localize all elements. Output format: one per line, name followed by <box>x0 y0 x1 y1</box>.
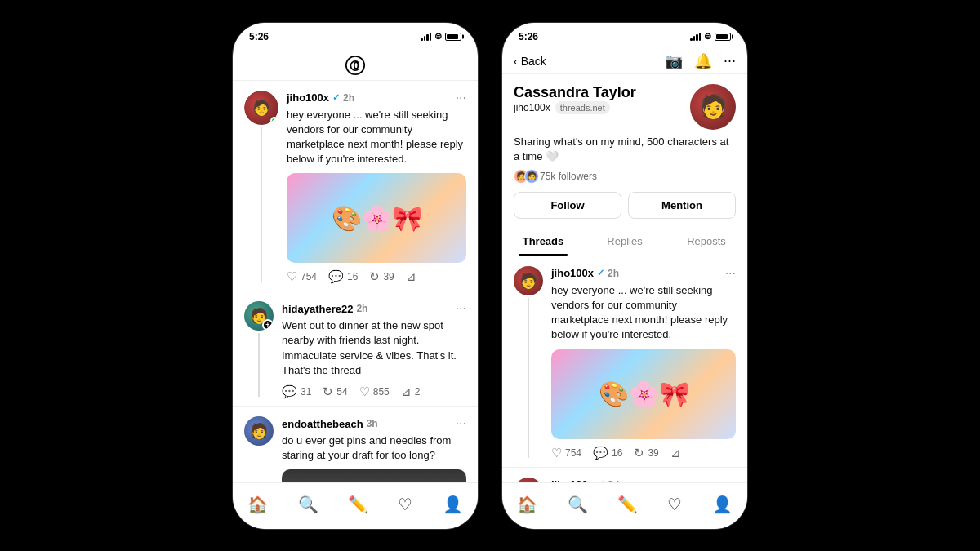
profile-post-more-1[interactable]: ··· <box>725 266 736 281</box>
status-bar-2: 5:26 ⊜ <box>502 23 747 47</box>
profile-name: Cassandra Taylor <box>514 84 636 101</box>
profile-username-1: jiho100x <box>551 267 594 279</box>
username-3: endoatthebeach <box>282 418 363 430</box>
profile-repost-count-1: 39 <box>648 447 658 459</box>
back-chevron: ‹ <box>514 55 518 68</box>
profile-share-1[interactable]: ⊿ <box>670 446 681 460</box>
tab-replies[interactable]: Replies <box>584 227 666 256</box>
post-image-moon: 🔇 <box>282 469 466 482</box>
status-time-1: 5:26 <box>249 31 269 42</box>
profile-like-count-1: 754 <box>565 447 581 459</box>
nav-likes-2[interactable]: ♡ <box>661 491 688 518</box>
followers-row: 🧑 🧑 75k followers <box>514 169 736 184</box>
feed-scroll[interactable]: 🧑 jiho100x ✓ 2h ··· hey everyone . <box>233 81 478 482</box>
profile-avatar: 🧑 <box>690 84 736 130</box>
comment-btn-1[interactable]: 💬 16 <box>328 269 358 284</box>
profile-comment-icon-1: 💬 <box>593 446 608 460</box>
thread-line-2 <box>258 333 260 397</box>
post-actions-1: ♡ 754 💬 16 ↻ 39 ⊿ <box>287 269 466 284</box>
like-btn-1[interactable]: ♡ 754 <box>287 269 317 284</box>
post-2: 🧑 + hidayathere22 2h ··· Went out to din… <box>233 291 478 407</box>
followers-count: 75k followers <box>540 171 597 182</box>
profile-handle: jiho100x <box>514 102 550 113</box>
nav-compose-2[interactable]: ✏️ <box>611 491 644 518</box>
bell-icon[interactable]: 🔔 <box>694 52 712 70</box>
moon-image: 🔇 <box>282 469 466 482</box>
bottom-nav-2: 🏠 🔍 ✏️ ♡ 👤 <box>502 482 747 529</box>
post-time-3: 3h <box>367 418 378 429</box>
post-more-3[interactable]: ··· <box>456 416 466 431</box>
avatar-col-3: 🧑 <box>244 416 274 482</box>
post-text-3: do u ever get pins and needles from star… <box>282 433 466 463</box>
profile-top: Cassandra Taylor jiho100x threads.net 🧑 <box>514 84 736 130</box>
profile-online-dot <box>728 122 736 130</box>
profile-share-icon-1: ⊿ <box>670 446 681 460</box>
extra-btn-2[interactable]: ⊿ 2 <box>401 384 421 399</box>
avatar-endo: 🧑 <box>244 416 274 446</box>
follower-avatars: 🧑 🧑 <box>514 169 535 184</box>
post-header-3: endoatthebeach 3h ··· <box>282 416 466 431</box>
post-more-2[interactable]: ··· <box>456 301 466 316</box>
post-time-1: 2h <box>343 92 354 104</box>
instagram-icon[interactable]: 📷 <box>665 52 683 70</box>
profile-avatar-col-1: 🧑 <box>514 266 543 460</box>
profile-like-1[interactable]: ♡ 754 <box>551 446 581 460</box>
profile-crafts-image: 🎨🌸🎀 <box>551 349 736 439</box>
profile-repost-1[interactable]: ↻ 39 <box>634 446 658 460</box>
bottom-nav-1: 🏠 🔍 ✏️ ♡ 👤 <box>233 482 478 529</box>
profile-post-header-1: jiho100x ✓ 2h ··· <box>551 266 736 281</box>
back-button[interactable]: ‹ Back <box>514 55 546 68</box>
avatar-hida: 🧑 + <box>244 301 274 331</box>
username-1: jiho100x <box>287 91 329 104</box>
phone-profile: 5:26 ⊜ ‹ Back 📷 🔔 ··· Cassandra T <box>502 23 747 529</box>
profile-name-col: Cassandra Taylor jiho100x threads.net <box>514 84 636 114</box>
back-label: Back <box>521 55 546 68</box>
post-more-1[interactable]: ··· <box>456 91 466 105</box>
profile-post-user-1: jiho100x ✓ 2h <box>551 267 619 279</box>
share-icon-1: ⊿ <box>406 269 416 284</box>
extra-count-2: 2 <box>415 386 421 398</box>
post-text-2: Went out to dinner at the new spot nearb… <box>282 318 466 378</box>
avatar-jiho-large: 🧑 <box>244 91 278 125</box>
nav-likes-1[interactable]: ♡ <box>391 491 419 518</box>
post-content-3: endoatthebeach 3h ··· do u ever get pins… <box>282 416 466 482</box>
status-bar-1: 5:26 ⊜ <box>233 23 478 47</box>
like-btn-2[interactable]: ♡ 855 <box>359 384 390 399</box>
profile-feed[interactable]: 🧑 jiho100x ✓ 2h ··· hey everyone ... we'… <box>502 256 747 482</box>
avatar-col-1: 🧑 <box>244 91 278 285</box>
nav-home-2[interactable]: 🏠 <box>510 491 544 518</box>
phone2-content: Cassandra Taylor jiho100x threads.net 🧑 … <box>502 74 747 529</box>
repost-btn-2[interactable]: ↻ 54 <box>323 384 347 399</box>
repost-btn-1[interactable]: ↻ 39 <box>369 269 394 284</box>
mention-button[interactable]: Mention <box>628 192 736 219</box>
nav-compose-1[interactable]: ✏️ <box>341 491 375 518</box>
profile-repost-icon-1: ↻ <box>634 446 644 460</box>
phone1-content: 🧑 jiho100x ✓ 2h ··· hey everyone . <box>233 81 478 529</box>
nav-search-1[interactable]: 🔍 <box>292 491 325 518</box>
follower-avatar-2: 🧑 <box>524 169 539 184</box>
nav-profile-1[interactable]: 👤 <box>436 491 470 518</box>
signal-icon-1 <box>421 33 431 41</box>
comment-count-1: 16 <box>347 271 358 282</box>
comment-icon-2: 💬 <box>282 384 297 399</box>
tabs-row: Threads Replies Reposts <box>502 227 747 256</box>
comment-btn-2[interactable]: 💬 31 <box>282 384 311 399</box>
tab-reposts[interactable]: Reposts <box>666 227 747 256</box>
profile-avatar-col-2: 🧑 <box>514 478 543 482</box>
post-user-2: hidayathere22 2h <box>282 303 368 315</box>
profile-post-1: 🧑 jiho100x ✓ 2h ··· hey everyone ... we'… <box>502 256 747 468</box>
profile-comment-1[interactable]: 💬 16 <box>593 446 622 460</box>
more-icon[interactable]: ··· <box>724 52 736 69</box>
nav-search-2[interactable]: 🔍 <box>561 491 595 518</box>
post-actions-2: 💬 31 ↻ 54 ♡ 855 ⊿ 2 <box>282 384 466 399</box>
nav-profile-2[interactable]: 👤 <box>706 491 739 518</box>
like-count-2: 855 <box>373 386 390 398</box>
repost-count-2: 54 <box>336 386 347 398</box>
tab-threads[interactable]: Threads <box>502 227 584 256</box>
share-btn-1[interactable]: ⊿ <box>406 269 416 284</box>
header-icons: 📷 🔔 ··· <box>665 52 736 70</box>
profile-bio: Sharing what's on my mind, 500 character… <box>514 135 736 164</box>
follow-button[interactable]: Follow <box>514 192 621 219</box>
post-image-crafts-1: 🎨🌸🎀 <box>287 173 466 263</box>
nav-home-1[interactable]: 🏠 <box>241 491 274 518</box>
